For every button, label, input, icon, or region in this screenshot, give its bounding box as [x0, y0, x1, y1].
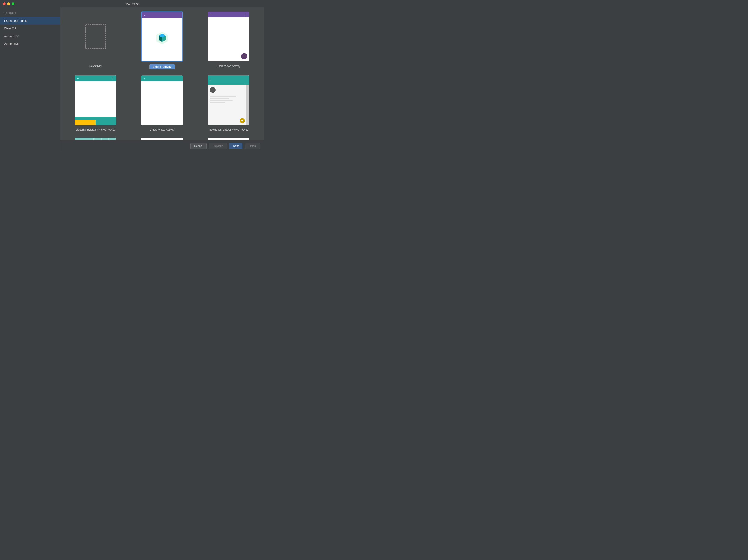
template-label-basic-views: Basic Views Activity	[217, 65, 240, 68]
main-content: Templates Phone and Tablet Wear OS Andro…	[0, 7, 264, 152]
back-arrow-icon-bottom-nav: ←	[76, 77, 79, 80]
template-item-game-activity[interactable]: Game Activity	[133, 138, 191, 140]
template-item-nav-drawer[interactable]: ⋮ +	[200, 75, 258, 131]
drawer-side-panel	[246, 84, 249, 125]
template-item-empty-views[interactable]: ← Empty Views Activity	[133, 75, 191, 131]
template-thumbnail-bottom-nav: ← ⋮	[75, 75, 116, 125]
template-thumbnail-no-activity	[75, 11, 116, 62]
template-grid: No Activity ←	[60, 7, 264, 140]
phone-topbar-empty: ←	[142, 12, 182, 18]
close-button[interactable]	[3, 2, 6, 5]
back-arrow-icon-empty-views: ←	[143, 77, 146, 80]
template-thumbnail-native-cpp	[208, 138, 249, 140]
template-label-empty-views: Empty Views Activity	[150, 128, 174, 131]
drawer-circle	[210, 87, 216, 93]
sidebar: Templates Phone and Tablet Wear OS Andro…	[0, 7, 60, 152]
template-item-no-activity[interactable]: No Activity	[67, 11, 125, 69]
template-item-native-cpp[interactable]: Native C++	[200, 138, 258, 140]
phone-topbar-basic: ← ⋮	[208, 11, 249, 18]
finish-button[interactable]: Finish	[244, 143, 260, 149]
sidebar-header: Templates	[0, 9, 60, 17]
maximize-button[interactable]	[11, 2, 14, 5]
next-button[interactable]: Next	[229, 143, 243, 149]
template-item-empty-activity[interactable]: ←	[133, 11, 191, 69]
template-label-no-activity: No Activity	[89, 65, 102, 68]
drawer-fab-icon: +	[240, 118, 245, 123]
template-label-bottom-nav: Bottom Navigation Views Activity	[76, 128, 115, 131]
template-item-basic-views[interactable]: ← ⋮ + Basic Views Activity	[200, 11, 258, 69]
sidebar-item-wear-os[interactable]: Wear OS	[0, 25, 60, 32]
template-item-bottom-nav[interactable]: ← ⋮ Bottom Navigation Views Activity	[67, 75, 125, 131]
template-label-empty-activity: Empty Activity	[149, 65, 175, 69]
previous-button[interactable]: Previous	[209, 143, 227, 149]
template-thumbnail-basic-views: ← ⋮ +	[208, 11, 249, 62]
template-thumbnail-empty-activity: ←	[141, 11, 183, 62]
minimize-button[interactable]	[7, 2, 10, 5]
bottom-nav-bar	[75, 117, 116, 125]
content-area: No Activity ←	[60, 7, 264, 152]
android-logo-icon	[155, 31, 169, 45]
template-thumbnail-responsive-views	[75, 138, 116, 140]
sidebar-item-android-tv[interactable]: Android TV	[0, 32, 60, 40]
template-thumbnail-nav-drawer: ⋮ +	[208, 75, 249, 125]
menu-dots-icon-bottom-nav: ⋮	[111, 76, 115, 80]
template-thumbnail-empty-views: ←	[141, 75, 183, 125]
menu-dots-icon-basic: ⋮	[244, 13, 248, 17]
title-bar: New Project	[0, 0, 264, 7]
template-item-responsive-views[interactable]: Responsive Views Activity	[67, 138, 125, 140]
sidebar-item-phone-tablet[interactable]: Phone and Tablet	[0, 17, 60, 25]
drawer-topbar: ⋮	[208, 75, 249, 84]
template-thumbnail-game-activity	[141, 138, 183, 140]
phone-topbar-empty-views: ←	[141, 75, 183, 81]
sidebar-item-automotive[interactable]: Automotive	[0, 40, 60, 48]
window-title: New Project	[125, 2, 139, 5]
template-label-nav-drawer: Navigation Drawer Views Activity	[209, 128, 248, 131]
cancel-button[interactable]: Cancel	[190, 143, 207, 149]
fab-icon-basic: +	[241, 53, 247, 59]
drawer-menu-icon: ⋮	[209, 78, 212, 82]
phone-topbar-bottom-nav: ← ⋮	[75, 75, 116, 81]
window-controls	[3, 2, 14, 5]
back-arrow-icon-basic: ←	[209, 13, 212, 16]
dashed-rect-icon	[85, 24, 106, 49]
bottom-bar: Cancel Previous Next Finish	[60, 140, 264, 152]
back-arrow-icon: ←	[144, 14, 146, 17]
